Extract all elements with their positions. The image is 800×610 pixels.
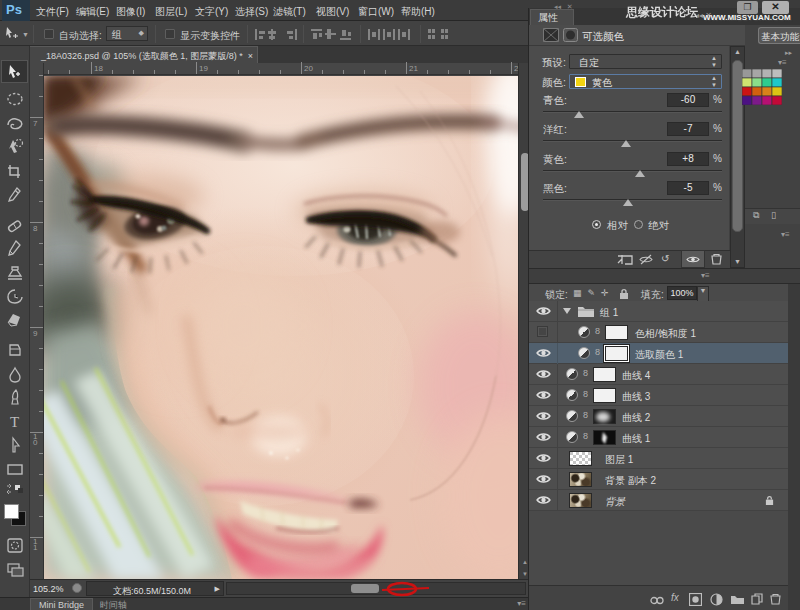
svg-text:T: T [10,414,19,430]
